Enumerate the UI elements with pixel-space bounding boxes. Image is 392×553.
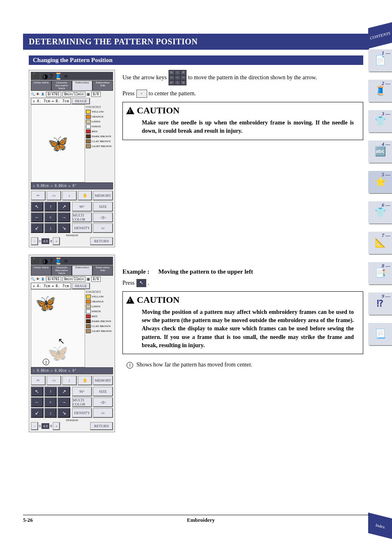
para1-text-a: Use the arrow keys xyxy=(122,74,167,82)
arrow-r-button[interactable]: → xyxy=(58,212,70,222)
arrow-r-button[interactable]: → xyxy=(58,397,70,407)
side-tab-7[interactable]: 7 —📐 xyxy=(368,232,392,254)
top-corner-tab[interactable]: CONTENTS xyxy=(368,22,392,48)
rotate-button[interactable]: 90° xyxy=(72,387,92,396)
mirror-button[interactable]: 🖐 xyxy=(78,191,92,200)
adjust-button[interactable]: -/+ xyxy=(46,376,61,385)
arrow-u-button[interactable]: ↑ xyxy=(44,202,57,212)
arrow-l-button[interactable]: ← xyxy=(31,397,44,407)
top-corner-label: CONTENTS xyxy=(370,31,390,40)
thread-color-row: CLAY BROWN xyxy=(86,324,113,328)
para2-text-b: to center the pattern. xyxy=(149,90,196,98)
arrow-d-button[interactable]: ↓ xyxy=(44,408,57,418)
footer-section-name: Embroidery xyxy=(187,517,215,523)
tension-plus[interactable]: + xyxy=(53,237,60,245)
thread-color-row: RED xyxy=(86,129,113,134)
upper-left-arrow-key-icon: ↖ xyxy=(136,279,146,287)
mirror-button[interactable]: 🖐 xyxy=(78,376,92,385)
image-button[interactable]: IMAGE xyxy=(72,98,90,104)
side-tab-5[interactable]: 5 —⭐ xyxy=(368,171,392,193)
frame-button[interactable]: ▭ xyxy=(93,408,113,418)
flip-button[interactable]: ◁▷ xyxy=(93,397,113,407)
machine-tab[interactable]: Character Decorative Stitch xyxy=(51,265,72,276)
arrow-l-button[interactable]: ← xyxy=(31,212,44,222)
size-button[interactable]: SIZE xyxy=(93,202,113,212)
thread-color-row: WHITE xyxy=(86,309,113,313)
flip-button[interactable]: ◁▷ xyxy=(93,212,113,222)
center-key-icon: ▫ xyxy=(136,90,147,98)
thread-color-row: LIGHT BROWN xyxy=(86,329,113,333)
thread-color-list: ▭▭▭▭YELLOWORANGELINENWHITEREDDARK BROWNC… xyxy=(85,289,113,367)
caution-title: CAUTION xyxy=(137,293,180,306)
arrow-ul-button[interactable]: ↖ xyxy=(31,202,44,212)
left-column: ⬛️ ◑ ? 🧵 ≡ Utility StitchCharacter Decor… xyxy=(29,70,115,432)
machine-tab[interactable]: Embroidery xyxy=(72,265,92,276)
return-button[interactable]: RETURN xyxy=(90,422,113,430)
tension-minus[interactable]: − xyxy=(31,237,38,245)
memory-button[interactable]: MEMORY xyxy=(93,191,113,200)
density-button[interactable]: DENSITY xyxy=(72,408,92,418)
arrow-dr-button[interactable]: ↘ xyxy=(58,408,70,418)
thread-color-row: DARK BROWN xyxy=(86,319,113,323)
machine-tab[interactable]: Character Decorative Stitch xyxy=(51,81,72,91)
machine-tab[interactable]: Embroidery xyxy=(72,81,92,91)
multicolor-button[interactable]: MULTI COLOR xyxy=(72,397,92,407)
center-pattern-button[interactable]: ▫ xyxy=(44,397,57,407)
thread-color-row: ORANGE xyxy=(86,300,113,304)
machine-tab[interactable]: Utility Stitch xyxy=(31,265,51,276)
thread-color-row: WHITE xyxy=(86,124,113,129)
frame-button[interactable]: ▭ xyxy=(93,223,113,233)
memory-button[interactable]: MEMORY xyxy=(93,376,113,385)
arrow-u-button[interactable]: ↑ xyxy=(44,387,57,396)
side-tab-9[interactable]: 9 —⁉ xyxy=(368,293,392,315)
multicolor-button[interactable]: MULTI COLOR xyxy=(72,212,92,222)
ss-dimensions: ↕ 4. 7cm ↔ 8. 7cm xyxy=(31,283,71,289)
press-text-a: Press xyxy=(122,279,135,287)
machine-tab[interactable]: Embroidery Edit xyxy=(92,265,113,276)
return-button[interactable]: RETURN xyxy=(90,237,113,245)
arrow-ur-button[interactable]: ↗ xyxy=(58,202,70,212)
ss-icon-bar: ⬛️ ◑ ? 🧵 ≡ xyxy=(31,257,113,265)
thread-color-row: LINEN xyxy=(86,304,113,309)
needle-button[interactable]: ↕ xyxy=(62,191,77,200)
caution-box-1: CAUTION Make sure the needle is up when … xyxy=(122,102,363,140)
side-tab-3[interactable]: 3 —👕 xyxy=(368,110,392,132)
tension-plus[interactable]: + xyxy=(53,422,60,430)
ss-dimensions: ↕ 4. 7cm ↔ 8. 7cm xyxy=(31,98,71,104)
side-tab-1[interactable]: 1 —📄 xyxy=(368,49,392,71)
sub-heading: Changing the Pattern Position xyxy=(29,55,363,65)
thread-color-row: CLAY BROWN xyxy=(86,139,113,143)
tension-minus[interactable]: − xyxy=(31,422,38,430)
adjust-button[interactable]: -/+ xyxy=(46,191,61,200)
machine-screenshot-2: ⬛️ ◑ ? 🧵 ≡ Utility StitchCharacter Decor… xyxy=(29,255,115,432)
side-tab-2[interactable]: 2 —🧵 xyxy=(368,80,392,102)
density-button[interactable]: DENSITY xyxy=(72,223,92,233)
machine-tab[interactable]: Utility Stitch xyxy=(31,81,51,91)
caution-box-2: CAUTION Moving the position of a pattern… xyxy=(122,291,363,354)
arrow-dl-button[interactable]: ↙ xyxy=(31,408,44,418)
cut-button[interactable]: ✂ xyxy=(31,191,46,200)
para2-text-a: Press xyxy=(122,90,135,98)
ss-icon-bar: ⬛️ ◑ ? 🧵 ≡ xyxy=(31,72,113,80)
arrow-dl-button[interactable]: ↙ xyxy=(31,223,44,233)
right-column: Use the arrow keys ↖↑↗←▫→↙↓↘ to move the… xyxy=(122,70,363,432)
size-button[interactable]: SIZE xyxy=(93,387,113,396)
rotate-button[interactable]: 90° xyxy=(72,202,92,212)
caution-1-text: Make sure the needle is up when the embr… xyxy=(123,117,363,140)
position-status-bar: ↕ 0.00cm ↔ 0.00cm ↻ 0° xyxy=(31,367,113,374)
machine-tab[interactable]: Embroidery Edit xyxy=(92,81,113,91)
arrow-d-button[interactable]: ↓ xyxy=(44,223,57,233)
arrow-ul-button[interactable]: ↖ xyxy=(31,387,44,396)
side-tab-6[interactable]: 6 —👕 xyxy=(368,201,392,224)
image-button[interactable]: IMAGE xyxy=(72,283,90,289)
arrow-ur-button[interactable]: ↗ xyxy=(58,387,70,396)
cut-button[interactable]: ✂ xyxy=(31,376,46,385)
tension-label: TENSION xyxy=(31,234,113,237)
side-tab-8[interactable]: 8 —📑 xyxy=(368,262,392,284)
bottom-corner-tab[interactable]: Index xyxy=(368,513,392,539)
needle-button[interactable]: ↕ xyxy=(62,376,77,385)
side-tab-10[interactable]: 📃 xyxy=(368,323,392,345)
arrow-dr-button[interactable]: ↘ xyxy=(58,223,70,233)
center-pattern-button[interactable]: ▫ xyxy=(44,212,57,222)
side-tab-4[interactable]: 4 —🔤 xyxy=(368,141,392,163)
